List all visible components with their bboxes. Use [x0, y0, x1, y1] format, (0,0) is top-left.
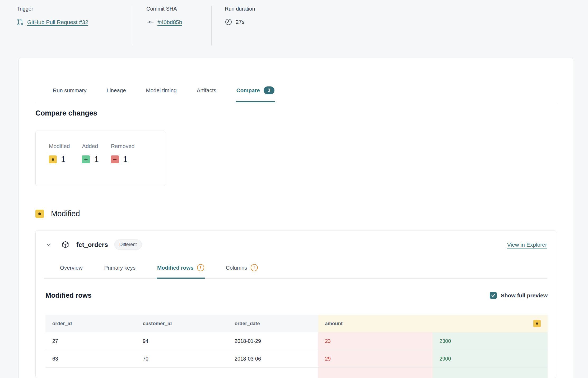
modified-section-heading: Modified: [35, 209, 556, 218]
table-cell-old-value: 23: [318, 332, 432, 350]
run-detail-card: Run summary Lineage Model timing Artifac…: [18, 58, 573, 378]
checkbox-checked-icon[interactable]: [490, 292, 497, 299]
tab-model-timing[interactable]: Model timing: [146, 83, 177, 102]
table-cell-new-value: [433, 368, 548, 378]
table-cell: 2018-01-29: [228, 332, 318, 350]
duration-section: Run duration 27s: [211, 6, 268, 45]
model-name: fct_orders: [76, 241, 108, 248]
tab-compare[interactable]: Compare 3: [236, 83, 275, 102]
table-cell: 94: [136, 332, 228, 350]
warning-icon: !: [251, 264, 258, 271]
table-cell: 2018-03-06: [228, 350, 318, 368]
clock-icon: [225, 18, 232, 26]
run-header: Trigger GitHub Pull Request #32 Commit S…: [0, 0, 588, 45]
modified-rows-table: order_id customer_id order_date amount 2…: [45, 315, 548, 378]
modified-rows-title: Modified rows: [45, 291, 92, 299]
commit-icon: [146, 18, 154, 26]
table-cell: [228, 368, 318, 378]
compare-count-badge: 3: [264, 86, 274, 94]
model-card-fct-orders: fct_orders Different View in Explorer Ov…: [35, 230, 556, 378]
compare-summary-card: Modified 1 Added + 1 Removed – 1: [35, 131, 165, 186]
added-icon: +: [82, 155, 90, 163]
table-cell-new-value: 2300: [433, 332, 548, 350]
commit-label: Commit SHA: [146, 6, 199, 12]
pull-request-icon: [17, 18, 24, 26]
show-full-preview-toggle[interactable]: Show full preview: [490, 292, 548, 299]
view-in-explorer-link[interactable]: View in Explorer: [507, 242, 547, 248]
table-cell: 63: [45, 350, 136, 368]
tab-run-summary[interactable]: Run summary: [52, 83, 87, 102]
run-tabs: Run summary Lineage Model timing Artifac…: [35, 83, 556, 102]
removed-icon: –: [111, 155, 119, 163]
tab-overview[interactable]: Overview: [59, 261, 83, 279]
table-cell-new-value: 2900: [433, 350, 548, 368]
stat-modified: Modified 1: [49, 143, 70, 186]
compare-changes-title: Compare changes: [35, 109, 556, 117]
trigger-link[interactable]: GitHub Pull Request #32: [27, 19, 88, 25]
modified-icon: [35, 210, 44, 218]
tab-columns[interactable]: Columns !: [225, 261, 258, 279]
col-header-order-date: order_date: [228, 315, 318, 332]
table-cell: [136, 368, 228, 378]
table-cell-old-value: 29: [318, 350, 432, 368]
col-header-order-id: order_id: [45, 315, 136, 332]
tab-lineage[interactable]: Lineage: [106, 83, 127, 102]
warning-icon: !: [197, 264, 204, 271]
col-header-customer-id: customer_id: [136, 315, 228, 332]
modified-rows-panel: Modified rows Show full preview order_id…: [36, 279, 556, 378]
tab-primary-keys[interactable]: Primary keys: [104, 261, 136, 279]
chevron-down-icon[interactable]: [46, 242, 52, 248]
duration-label: Run duration: [225, 6, 255, 12]
model-card-header: fct_orders Different View in Explorer: [36, 231, 556, 250]
duration-value: 27s: [236, 19, 245, 25]
tab-artifacts[interactable]: Artifacts: [196, 83, 217, 102]
model-tabs: Overview Primary keys Modified rows ! Co…: [44, 261, 548, 279]
model-cube-icon: [61, 241, 69, 249]
show-full-preview-label: Show full preview: [501, 292, 548, 299]
table-cell: [45, 368, 136, 378]
table-cell: 27: [45, 332, 136, 350]
stat-added: Added + 1: [82, 143, 99, 186]
modified-icon: [49, 155, 57, 163]
col-header-amount: amount: [318, 315, 548, 332]
stat-removed: Removed – 1: [111, 143, 135, 186]
trigger-label: Trigger: [17, 6, 120, 12]
status-badge: Different: [114, 239, 142, 250]
table-cell-old-value: [318, 368, 432, 378]
trigger-section: Trigger GitHub Pull Request #32: [17, 6, 133, 45]
table-cell: 70: [136, 350, 228, 368]
modified-column-icon: [533, 320, 541, 327]
commit-section: Commit SHA #40bd85b: [133, 6, 211, 45]
tab-modified-rows[interactable]: Modified rows !: [157, 261, 205, 279]
commit-sha-link[interactable]: #40bd85b: [157, 19, 182, 25]
